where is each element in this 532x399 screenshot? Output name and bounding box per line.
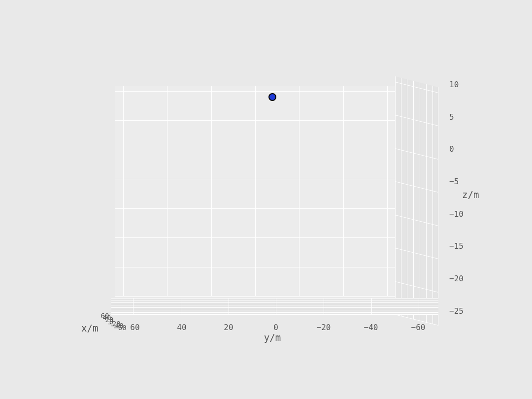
y-tick: −60 bbox=[411, 323, 426, 332]
z-tick: −15 bbox=[449, 241, 464, 251]
z-tick: 10 bbox=[449, 80, 459, 89]
y-tick: 40 bbox=[177, 323, 186, 332]
z-tick: −5 bbox=[449, 177, 459, 186]
z-tick: −10 bbox=[449, 209, 464, 219]
y-tick: −20 bbox=[317, 323, 331, 332]
z-axis-label: z/m bbox=[462, 189, 479, 200]
y-tick: −40 bbox=[364, 323, 378, 332]
floor-plane bbox=[111, 298, 438, 315]
y-tick: 0 bbox=[273, 323, 278, 332]
figure: 60 40 20 0 −20 −40 −60 10 5 0 −5 −10 −15… bbox=[0, 0, 532, 399]
x-tick: −60 bbox=[114, 324, 126, 332]
z-tick: −25 bbox=[449, 306, 464, 316]
y-tick: 60 bbox=[130, 323, 139, 332]
data-point bbox=[268, 93, 276, 101]
x-axis-label: x/m bbox=[81, 323, 98, 333]
y-tick: 20 bbox=[224, 323, 233, 332]
z-tick: −20 bbox=[449, 274, 464, 283]
side-wall bbox=[395, 76, 438, 326]
y-axis-label: y/m bbox=[264, 332, 281, 343]
plot-back-wall bbox=[115, 86, 395, 297]
z-tick: 0 bbox=[449, 144, 454, 154]
z-tick: 5 bbox=[449, 112, 454, 122]
